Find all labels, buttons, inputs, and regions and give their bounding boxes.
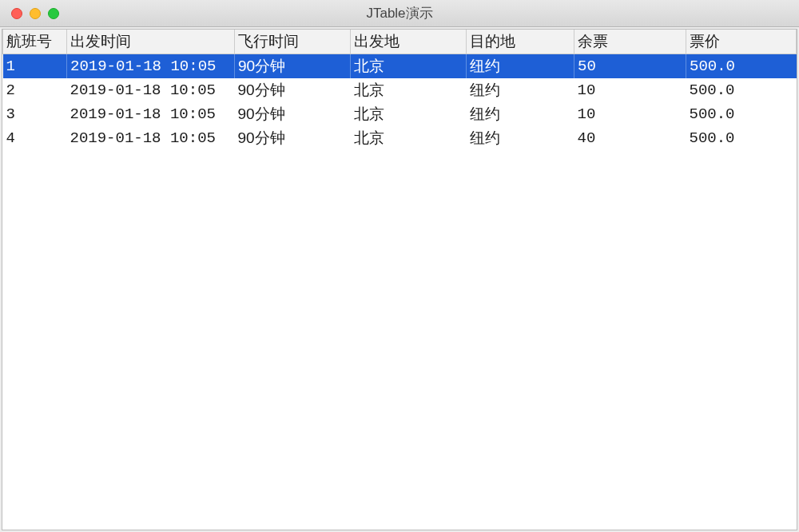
col-origin[interactable]: 出发地 xyxy=(351,30,467,54)
cell-flight_no[interactable]: 1 xyxy=(3,54,67,79)
cell-price[interactable]: 500.0 xyxy=(686,54,797,79)
cell-origin[interactable]: 北京 xyxy=(351,78,467,102)
cell-destination[interactable]: 纽约 xyxy=(467,102,574,126)
cell-destination[interactable]: 纽约 xyxy=(467,54,574,79)
traffic-lights xyxy=(0,8,59,19)
cell-price[interactable]: 500.0 xyxy=(686,78,797,102)
close-icon[interactable] xyxy=(11,8,22,19)
cell-remaining[interactable]: 10 xyxy=(574,102,686,126)
table-row[interactable]: 32019-01-18 10:0590分钟北京纽约10500.0 xyxy=(3,102,797,126)
table-body: 12019-01-18 10:0590分钟北京纽约50500.022019-01… xyxy=(3,54,797,151)
col-flight-no[interactable]: 航班号 xyxy=(3,30,67,54)
cell-duration[interactable]: 90分钟 xyxy=(235,54,351,79)
col-price[interactable]: 票价 xyxy=(686,30,797,54)
cell-depart_time[interactable]: 2019-01-18 10:05 xyxy=(67,54,235,79)
cell-destination[interactable]: 纽约 xyxy=(467,78,574,102)
cell-remaining[interactable]: 10 xyxy=(574,78,686,102)
cell-depart_time[interactable]: 2019-01-18 10:05 xyxy=(67,102,235,126)
cell-origin[interactable]: 北京 xyxy=(351,126,467,150)
cell-remaining[interactable]: 40 xyxy=(574,126,686,150)
cell-origin[interactable]: 北京 xyxy=(351,54,467,79)
cell-price[interactable]: 500.0 xyxy=(686,102,797,126)
cell-depart_time[interactable]: 2019-01-18 10:05 xyxy=(67,126,235,150)
col-duration[interactable]: 飞行时间 xyxy=(235,30,351,54)
window: JTable演示 航班号 出发时间 飞行时间 出发地 目的地 余票 票价 120… xyxy=(0,0,799,532)
cell-flight_no[interactable]: 2 xyxy=(3,78,67,102)
cell-destination[interactable]: 纽约 xyxy=(467,126,574,150)
table-row[interactable]: 12019-01-18 10:0590分钟北京纽约50500.0 xyxy=(3,54,797,79)
col-remaining[interactable]: 余票 xyxy=(574,30,686,54)
cell-duration[interactable]: 90分钟 xyxy=(235,126,351,150)
col-destination[interactable]: 目的地 xyxy=(467,30,574,54)
minimize-icon[interactable] xyxy=(30,8,41,19)
cell-depart_time[interactable]: 2019-01-18 10:05 xyxy=(67,78,235,102)
cell-duration[interactable]: 90分钟 xyxy=(235,78,351,102)
cell-flight_no[interactable]: 4 xyxy=(3,126,67,150)
flights-table[interactable]: 航班号 出发时间 飞行时间 出发地 目的地 余票 票价 12019-01-18 … xyxy=(2,30,797,150)
table-container: 航班号 出发时间 飞行时间 出发地 目的地 余票 票价 12019-01-18 … xyxy=(2,29,797,530)
table-row[interactable]: 42019-01-18 10:0590分钟北京纽约40500.0 xyxy=(3,126,797,150)
cell-flight_no[interactable]: 3 xyxy=(3,102,67,126)
col-depart-time[interactable]: 出发时间 xyxy=(67,30,235,54)
window-title: JTable演示 xyxy=(0,4,799,22)
table-header-row[interactable]: 航班号 出发时间 飞行时间 出发地 目的地 余票 票价 xyxy=(3,30,797,54)
cell-price[interactable]: 500.0 xyxy=(686,126,797,150)
maximize-icon[interactable] xyxy=(48,8,59,19)
cell-remaining[interactable]: 50 xyxy=(574,54,686,79)
titlebar[interactable]: JTable演示 xyxy=(0,0,799,27)
table-row[interactable]: 22019-01-18 10:0590分钟北京纽约10500.0 xyxy=(3,78,797,102)
cell-duration[interactable]: 90分钟 xyxy=(235,102,351,126)
cell-origin[interactable]: 北京 xyxy=(351,102,467,126)
